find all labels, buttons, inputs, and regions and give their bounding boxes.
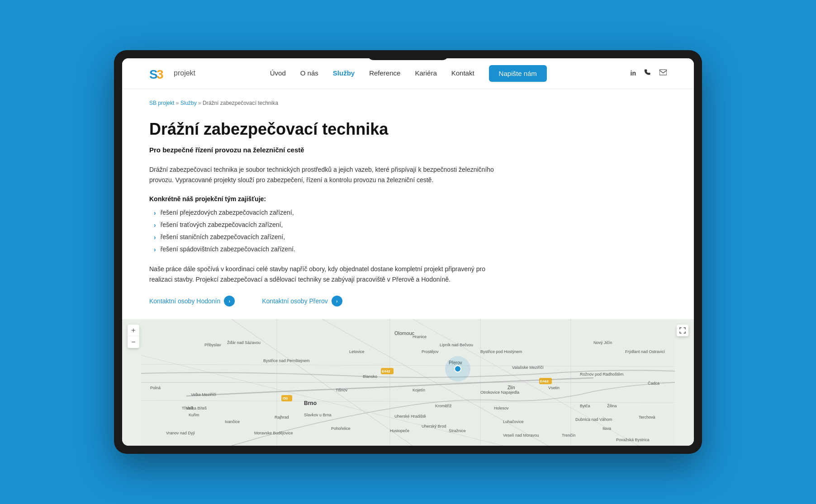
svg-text:Velke Meziříčí: Velke Meziříčí [191, 392, 217, 397]
svg-text:Blansko: Blansko [363, 374, 377, 379]
contact-prerov-link[interactable]: Kontaktní osoby Přerov › [262, 296, 342, 306]
breadcrumb-sluzby[interactable]: Služby [180, 100, 197, 106]
napiste-nam-button[interactable]: Napište nám [489, 65, 547, 82]
svg-text:Brno: Brno [304, 400, 317, 406]
navbar: S 3 projekt Úvod O nás Služby Reference … [122, 58, 694, 89]
nav-item-sluzby[interactable]: Služby [333, 69, 355, 77]
nav-item-kontakt[interactable]: Kontakt [451, 69, 474, 77]
nav-links: Úvod O nás Služby Reference Kariéra Kont… [270, 65, 547, 82]
nav-item-uvod[interactable]: Úvod [270, 69, 286, 77]
svg-text:Terchovà: Terchovà [639, 415, 655, 419]
section-heading: Konkrétně náš projekční tým zajišťuje: [149, 195, 667, 203]
svg-text:Nový Jičín: Nový Jičín [593, 340, 612, 345]
logo-mark: S 3 [149, 66, 170, 81]
bullet-list: › řešení přejezdových zabezpečovacích za… [149, 209, 667, 253]
list-item: › řešení staničních zabezpečovacích zaří… [154, 233, 667, 241]
svg-text:Uherské Hradiště: Uherské Hradiště [394, 414, 426, 419]
svg-text:Letovice: Letovice [349, 349, 365, 354]
svg-text:Zlín: Zlín [508, 385, 515, 390]
svg-text:Kuřim: Kuřim [189, 413, 199, 417]
svg-text:Prostějov: Prostějov [422, 349, 439, 354]
svg-text:Žďár nad Sázavou: Žďár nad Sázavou [227, 340, 261, 345]
map-svg: Olomouc Brno Přerov Zlín Třebíč Bystřice… [122, 319, 694, 446]
svg-text:Bytča: Bytča [580, 404, 590, 408]
svg-text:Kroměříž: Kroměříž [435, 404, 452, 408]
page-description: Drážní zabezpečovací technika je soubor … [149, 165, 502, 185]
contact-prerov-arrow: › [332, 296, 342, 306]
svg-text:E442: E442 [382, 369, 390, 373]
svg-text:Bystřice nad Pernštejnem: Bystřice nad Pernštejnem [263, 358, 310, 363]
svg-text:Dubnica nad Váhom: Dubnica nad Váhom [575, 417, 612, 422]
svg-text:Vsetin: Vsetin [548, 386, 560, 390]
linkedin-icon[interactable]: in [631, 70, 636, 77]
logo-text: projekt [174, 69, 195, 77]
breadcrumb: SB projekt » Služby » Drážní zabezpečova… [149, 100, 667, 106]
svg-text:Žilina: Žilina [607, 404, 617, 408]
svg-text:Valašske Meziříčí: Valašske Meziříčí [512, 365, 544, 370]
email-icon[interactable] [659, 69, 667, 78]
zoom-out-button[interactable]: − [128, 336, 139, 348]
svg-text:Uherský Brod: Uherský Brod [422, 424, 446, 429]
svg-text:Kojetín: Kojetín [413, 388, 425, 392]
svg-text:3: 3 [157, 67, 163, 81]
contact-links: Kontaktní osoby Hodonín › Kontaktní osob… [149, 296, 667, 306]
svg-text:Lipník nad Bečvou: Lipník nad Bečvou [440, 343, 473, 347]
svg-text:Bystřice pod Hostýnem: Bystřice pod Hostýnem [480, 349, 522, 354]
list-item: › řešení traťových zabezpečovacích zaříz… [154, 221, 667, 229]
svg-text:Pohořelice: Pohořelice [331, 426, 351, 431]
page-subtitle: Pro bezpečné řízení provozu na železničn… [149, 146, 667, 154]
svg-point-64 [455, 366, 461, 372]
svg-text:Tišnov: Tišnov [336, 388, 348, 392]
svg-text:Trenčín: Trenčín [562, 433, 575, 438]
svg-text:Ivančice: Ivančice [225, 419, 240, 424]
contact-hodonin-link[interactable]: Kontaktní osoby Hodonín › [149, 296, 235, 306]
svg-text:Ilava: Ilava [603, 426, 611, 431]
device-frame: S 3 projekt Úvod O nás Služby Reference … [114, 50, 702, 454]
svg-text:Rajhrad: Rajhrad [275, 415, 289, 419]
svg-text:Veselí nad Moravou: Veselí nad Moravou [503, 433, 539, 438]
logo[interactable]: S 3 projekt [149, 66, 195, 81]
list-item: › řešení spádovištních zabezpečovacích z… [154, 245, 667, 253]
bullet-arrow-3: › [154, 234, 156, 241]
zoom-in-button[interactable]: + [128, 325, 139, 336]
svg-text:Velka Bíteš: Velka Bíteš [186, 406, 207, 410]
svg-text:Otrokovice Napajedla: Otrokovice Napajedla [480, 390, 519, 395]
svg-text:Holesov: Holesov [494, 406, 509, 410]
svg-text:E462: E462 [540, 379, 549, 383]
svg-text:I50: I50 [283, 396, 288, 400]
svg-text:Přibyslav: Přibyslav [204, 343, 221, 347]
svg-text:Hustopeče: Hustopeče [390, 429, 409, 433]
svg-text:Hranice: Hranice [413, 334, 427, 339]
content-area: SB projekt » Služby » Drážní zabezpečova… [122, 89, 694, 306]
contact-hodonin-label: Kontaktní osoby Hodonín [149, 297, 220, 305]
bullet-arrow-2: › [154, 221, 156, 229]
contact-prerov-label: Kontaktní osoby Přerov [262, 297, 328, 305]
svg-text:Olomouc: Olomouc [394, 330, 415, 336]
svg-rect-2 [659, 70, 667, 75]
page-title: Drážní zabezpečovací technika [149, 120, 667, 139]
map-controls: + − [128, 325, 139, 348]
breadcrumb-current: Drážní zabezpečovací technika [203, 100, 278, 106]
nav-item-onas[interactable]: O nás [300, 69, 318, 77]
list-item: › řešení přejezdových zabezpečovacích za… [154, 209, 667, 217]
svg-text:Frýdlant nad Ostravicí: Frýdlant nad Ostravicí [625, 349, 665, 354]
device-notch [367, 50, 449, 60]
svg-text:Slavkov u Brna: Slavkov u Brna [304, 413, 332, 417]
breadcrumb-home[interactable]: SB projekt [149, 100, 174, 106]
nav-social-icons: in [631, 69, 667, 78]
phone-icon[interactable] [644, 69, 651, 78]
svg-text:Čadca: Čadca [648, 381, 659, 386]
svg-text:Polná: Polná [150, 386, 161, 390]
nav-item-kariera[interactable]: Kariéra [415, 69, 436, 77]
browser-window: S 3 projekt Úvod O nás Služby Reference … [122, 58, 694, 446]
bullet-arrow-1: › [154, 209, 156, 217]
contact-hodonin-arrow: › [224, 296, 235, 306]
map-fullscreen-button[interactable] [677, 325, 688, 336]
closing-text: Naše práce dále spočívá v koordinaci cel… [149, 264, 502, 285]
svg-text:Stražnice: Stražnice [449, 429, 466, 433]
svg-text:Moravske Budějovice: Moravske Budějovice [254, 431, 293, 435]
svg-text:Považská Bystrica: Považská Bystrica [616, 438, 650, 442]
map-container[interactable]: Olomouc Brno Přerov Zlín Třebíč Bystřice… [122, 319, 694, 446]
nav-item-reference[interactable]: Reference [369, 69, 400, 77]
nav-cta-button-item: Napište nám [489, 65, 547, 82]
